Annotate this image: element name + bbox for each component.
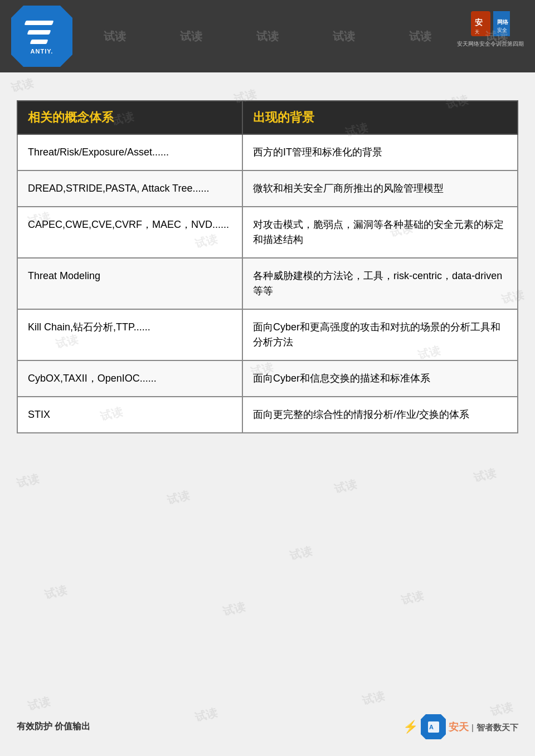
header-wm-6: 试读 [409, 29, 431, 44]
header-right-logo-svg: 安 天 网络 安全 [468, 8, 513, 39]
header-wm-2: 试读 [104, 29, 126, 44]
logo-line3 [30, 40, 48, 44]
wm25: 试读 [288, 543, 314, 563]
wm21: 试读 [361, 688, 386, 708]
table-row: STIX面向更完整的综合性的情报分析/作业/交换的体系 [17, 397, 518, 433]
wm15: 试读 [472, 465, 498, 485]
svg-text:安全: 安全 [497, 27, 507, 33]
wm19: 试读 [26, 694, 52, 714]
col2-header: 出现的背景 [242, 101, 518, 134]
table-cell-left: Threat/Risk/Exposure/Asset...... [17, 134, 242, 170]
table-cell-left: Kill Chain,钻石分析,TTP...... [17, 309, 242, 360]
table-cell-left: DREAD,STRIDE,PASTA, Attack Tree...... [17, 170, 242, 207]
table-cell-left: STIX [17, 397, 242, 433]
table-cell-left: CAPEC,CWE,CVE,CVRF，MAEC，NVD...... [17, 207, 242, 258]
header-watermarks: 试读 试读 试读 试读 试读 试读 试读 [0, 0, 535, 72]
wm12: 试读 [15, 471, 41, 491]
wm17: 试读 [221, 599, 247, 619]
col1-header: 相关的概念体系 [17, 101, 242, 134]
table-cell-right: 西方的IT管理和标准化的背景 [242, 134, 518, 170]
svg-text:网络: 网络 [497, 19, 509, 25]
lightning-icon: ⚡ [403, 720, 418, 734]
table-cell-right: 对攻击模式，脆弱点，漏洞等各种基础的安全元素的标定和描述结构 [242, 207, 518, 258]
antiy-mini-logo: A [426, 719, 441, 735]
brand-icon: A [421, 714, 446, 739]
brand-name: 安天 | 智者数天下 [449, 720, 518, 734]
main-content: 相关的概念体系 出现的背景 Threat/Risk/Exposure/Asset… [0, 72, 535, 450]
table-cell-right: 面向Cyber和信息交换的描述和标准体系 [242, 360, 518, 397]
table-cell-left: CybOX,TAXII，OpenIOC...... [17, 360, 242, 397]
header-right-logo: 安 天 网络 安全 安天网络安全令训营第四期 [457, 8, 524, 48]
footer: 有效防护 价值输出 ⚡ A 安天 | 智者数天下 [0, 714, 535, 739]
table-row: Threat/Risk/Exposure/Asset......西方的IT管理和… [17, 134, 518, 170]
svg-text:A: A [429, 724, 434, 730]
table-cell-right: 面向更完整的综合性的情报分析/作业/交换的体系 [242, 397, 518, 433]
wm18: 试读 [400, 588, 425, 608]
header-wm-5: 试读 [333, 29, 355, 44]
table-cell-left: Threat Modeling [17, 258, 242, 309]
table-row: Kill Chain,钻石分析,TTP......面向Cyber和更高强度的攻击… [17, 309, 518, 360]
table-cell-right: 微软和相关安全厂商所推出的风险管理模型 [242, 170, 518, 207]
table-row: Threat Modeling各种威胁建模的方法论，工具，risk-centri… [17, 258, 518, 309]
header: ANTIY. 试读 试读 试读 试读 试读 试读 试读 安 天 网络 安全 安天… [0, 0, 535, 72]
svg-text:天: 天 [475, 30, 479, 35]
footer-brand: ⚡ A 安天 | 智者数天下 [403, 714, 518, 739]
table-row: CAPEC,CWE,CVE,CVRF，MAEC，NVD......对攻击模式，脆… [17, 207, 518, 258]
logo: ANTIY. [11, 6, 72, 67]
header-wm-3: 试读 [180, 29, 202, 44]
header-right-subtitle: 安天网络安全令训营第四期 [457, 40, 524, 48]
table-cell-right: 面向Cyber和更高强度的攻击和对抗的场景的分析工具和分析方法 [242, 309, 518, 360]
header-wm-4: 试读 [256, 29, 279, 44]
table-row: DREAD,STRIDE,PASTA, Attack Tree......微软和… [17, 170, 518, 207]
logo-text: ANTIY. [31, 48, 54, 55]
table-cell-right: 各种威胁建模的方法论，工具，risk-centric，data-driven等等 [242, 258, 518, 309]
footer-tagline: 有效防护 价值输出 [17, 721, 90, 733]
wm13: 试读 [166, 487, 191, 508]
table-row: CybOX,TAXII，OpenIOC......面向Cyber和信息交换的描述… [17, 360, 518, 397]
main-table: 相关的概念体系 出现的背景 Threat/Risk/Exposure/Asset… [17, 100, 518, 433]
wm14: 试读 [333, 476, 358, 496]
wm16: 试读 [43, 582, 69, 602]
brand-logo: ⚡ A 安天 | 智者数天下 [403, 714, 518, 739]
svg-text:安: 安 [474, 18, 483, 27]
logo-stripes [25, 18, 59, 46]
